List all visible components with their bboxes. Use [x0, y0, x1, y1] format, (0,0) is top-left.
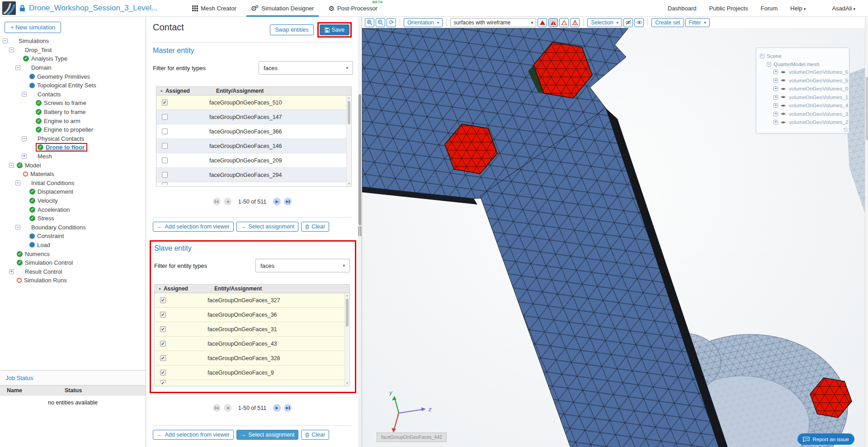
tree-item[interactable]: ✓ Displacement [0, 187, 146, 196]
tree-item[interactable]: ✓ Drone to floor [0, 143, 146, 152]
render-mode-select[interactable]: surfaces with wireframe▾ [450, 18, 536, 27]
scene-volume-item[interactable]: + volumeOnGeoVolumes_6 [774, 69, 845, 75]
table-scrollbar[interactable]: ▲▼ [346, 95, 351, 186]
tree-item[interactable]: ✓ Battery to frame [0, 108, 146, 117]
scrollbar-thumb[interactable] [346, 299, 349, 327]
zoom-out-button[interactable] [376, 18, 385, 27]
row-checkbox[interactable]: ✓ [160, 312, 166, 318]
table-scrollbar[interactable]: ▲▼ [344, 293, 349, 386]
master-add-selection-button[interactable]: ←Add selection from viewer [153, 222, 234, 232]
scene-volume-item[interactable]: + volumeOnGeoVolumes_5 [774, 77, 845, 84]
slave-entity-type-select[interactable]: faces▾ [255, 259, 350, 272]
user-menu[interactable]: AsadAli▾ [832, 5, 855, 12]
expand-toggle-icon[interactable]: − [15, 65, 20, 70]
expand-minus-icon[interactable]: − [767, 62, 771, 67]
nav-forum[interactable]: Forum [761, 5, 778, 12]
eye-icon[interactable] [780, 112, 786, 116]
scroll-down-icon[interactable]: ▼ [345, 381, 349, 386]
tree-item[interactable]: ✓ Numerics [0, 249, 146, 258]
scene-mesh-item[interactable]: − QuarterModel mesh [767, 61, 845, 67]
first-page-button[interactable]: ◀ [213, 198, 221, 205]
scene-volume-item[interactable]: + volumeOnGeoVolumes_2 [774, 119, 845, 125]
expand-plus-icon[interactable]: + [774, 86, 778, 91]
tree-item[interactable]: − Simulations [0, 37, 146, 46]
show-faces-normals-button[interactable] [548, 18, 558, 27]
tree-item[interactable]: ✓ Velocity [0, 196, 146, 205]
expand-toggle-icon[interactable]: − [9, 163, 14, 168]
tree-item[interactable]: + Mesh [0, 152, 146, 161]
show-selection-button[interactable] [634, 18, 644, 27]
scrollbar-thumb[interactable] [359, 94, 361, 225]
filter-dropdown[interactable]: Filter▾ [685, 18, 710, 27]
tree-item[interactable]: Geometry Primitives [0, 72, 146, 81]
create-set-button[interactable]: Create set [651, 18, 684, 27]
scroll-up-icon[interactable]: ▲ [347, 95, 351, 100]
tree-item[interactable]: Materials [0, 170, 146, 179]
row-checkbox[interactable]: ✓ [160, 341, 166, 347]
scrollbar-thumb[interactable] [866, 77, 868, 140]
tree-item[interactable]: − Initial Conditions [0, 179, 146, 188]
eye-icon[interactable] [780, 78, 786, 82]
tree-item[interactable]: ✓ Screws to frame [0, 99, 146, 108]
nav-dashboard[interactable]: Dashboard [668, 5, 697, 12]
tree-item[interactable]: − Boundary Conditions [0, 223, 146, 232]
expand-toggle-icon[interactable]: − [3, 38, 8, 43]
save-button[interactable]: Save [320, 24, 350, 35]
master-clear-button[interactable]: Clear [301, 222, 329, 232]
expand-plus-icon[interactable]: + [774, 103, 778, 108]
prev-page-button[interactable]: ◀ [224, 404, 231, 412]
scene-volume-item[interactable]: + volumeOnGeoVolumes_4 [774, 102, 845, 109]
tree-item[interactable]: Constraint [0, 232, 146, 241]
eye-icon[interactable] [780, 70, 786, 74]
expand-toggle-icon[interactable]: − [15, 225, 20, 230]
tree-item[interactable]: ✓ Analysis Type [0, 54, 146, 63]
expand-minus-icon[interactable]: − [760, 54, 764, 58]
table-row[interactable]: faceGroupOnGeoFaces_146 [156, 139, 351, 153]
expand-plus-icon[interactable]: + [774, 112, 778, 116]
hide-faces-button[interactable] [559, 18, 569, 27]
tree-item[interactable]: − Contacts [0, 90, 146, 99]
master-select-assignment-button[interactable]: →Select assignment [236, 222, 299, 232]
expand-toggle-icon[interactable]: − [15, 181, 20, 185]
tab-mesh-creator[interactable]: Mesh Creator [185, 0, 244, 17]
show-faces-button[interactable] [538, 18, 547, 27]
help-menu[interactable]: Help▾ [790, 5, 806, 12]
scroll-up-icon[interactable]: ▲ [345, 293, 349, 298]
tree-item[interactable]: − Domain [0, 63, 146, 72]
expand-plus-icon[interactable]: + [774, 78, 778, 83]
master-entity-type-select[interactable]: faces▾ [259, 61, 353, 75]
table-row[interactable]: faceGroupOnGeoFaces_294 [156, 168, 351, 182]
scene-volume-item[interactable]: + volumeOnGeoVolumes_3 [774, 111, 845, 117]
row-checkbox[interactable]: ✓ [162, 100, 168, 105]
first-page-button[interactable]: ◀ [213, 404, 221, 412]
tree-item[interactable]: Topological Entity Sets [0, 81, 146, 90]
tree-item[interactable]: Load [0, 241, 146, 250]
hide-selection-button[interactable] [623, 18, 633, 27]
tree-item[interactable]: ✓ Acceleration [0, 205, 146, 214]
eye-icon[interactable] [780, 104, 786, 108]
row-checkbox[interactable]: ✓ [160, 326, 166, 332]
reset-view-button[interactable]: ⟳ [387, 18, 396, 27]
table-row[interactable]: ✓ faceGroupOnGeoFaces_327 [155, 293, 349, 308]
tree-item[interactable]: ✓ Engine to arm [0, 116, 146, 125]
eye-icon[interactable] [780, 95, 786, 99]
expand-plus-icon[interactable]: + [774, 70, 778, 74]
row-checkbox[interactable]: ✓ [160, 355, 166, 361]
scene-volume-item[interactable]: + volumeOnGeoVolumes_1 [774, 94, 845, 100]
tree-item[interactable]: − ✓ Model [0, 161, 146, 170]
table-row[interactable]: ✓ faceGroupOnGeoFaces_9 [155, 366, 349, 380]
expand-toggle-icon[interactable]: − [9, 48, 14, 52]
hide-faces-normals-button[interactable] [570, 18, 580, 27]
slave-add-selection-button[interactable]: ←Add selection from viewer [153, 430, 234, 440]
expand-plus-icon[interactable]: + [774, 95, 778, 100]
expand-plus-icon[interactable]: + [774, 120, 778, 124]
tree-item[interactable]: − Physical Contacts [0, 134, 146, 143]
scene-root-item[interactable]: − Scene [760, 52, 845, 59]
table-row[interactable]: ✓ faceGroupOnGeoFaces_31 [155, 322, 349, 337]
zoom-in-button[interactable] [365, 18, 374, 27]
row-checkbox[interactable] [162, 157, 168, 163]
table-row[interactable]: ✓ faceGroupOnGeoFaces_36 [155, 308, 349, 322]
next-page-button[interactable]: ▶ [273, 404, 281, 412]
scene-volume-item[interactable]: + volumeOnGeoVolumes_0 [774, 86, 845, 92]
swap-entities-button[interactable]: Swap entities [270, 24, 313, 35]
